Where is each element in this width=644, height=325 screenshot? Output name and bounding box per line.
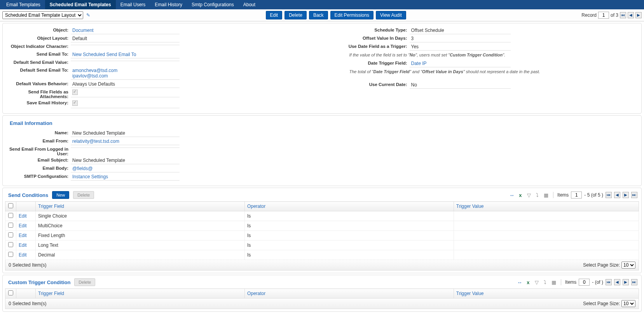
row-checkbox[interactable] <box>8 252 13 257</box>
edit-link[interactable]: Edit <box>19 213 27 219</box>
delete-button[interactable]: Delete <box>284 11 307 19</box>
record-input[interactable] <box>598 12 609 19</box>
default-send-to-label: Default Send Email To: <box>7 67 71 72</box>
row-checkbox[interactable] <box>8 213 13 218</box>
nav-scheduled-email-templates[interactable]: Scheduled Email Templates <box>45 0 116 9</box>
nav-email-history[interactable]: Email History <box>150 0 187 9</box>
expand-icon[interactable]: ↔ <box>509 192 515 198</box>
operator-cell: Is <box>244 221 454 231</box>
last-page-icon[interactable]: ⏭ <box>631 279 637 285</box>
first-page-icon[interactable]: ⏮ <box>606 279 612 285</box>
send-conditions-title: Send Conditions <box>8 192 48 198</box>
nav-about[interactable]: About <box>239 0 260 9</box>
trigger-value-header[interactable]: Trigger Value <box>454 202 639 211</box>
row-checkbox[interactable] <box>8 232 13 237</box>
default-send-value-label: Default Send Email Value: <box>7 59 71 65</box>
last-page-icon[interactable]: ⏭ <box>631 192 637 198</box>
trigger-note-2: The total of "Date Trigger Field" and "O… <box>322 68 638 76</box>
pivot-icon[interactable]: ⤵ <box>542 279 548 285</box>
top-nav: Email Templates Scheduled Email Template… <box>0 0 644 9</box>
save-history-checkbox <box>72 100 78 106</box>
page-size-select[interactable]: 10 <box>621 262 635 269</box>
default-send-to-value[interactable]: amoncheva@tsd.comipavlov@tsd.com <box>71 67 180 80</box>
trigger-value-cell <box>454 221 639 231</box>
view-audit-button[interactable]: View Audit <box>376 11 406 19</box>
prev-page-icon[interactable]: ◀ <box>614 192 620 198</box>
trigger-value-header[interactable]: Trigger Value <box>454 289 639 299</box>
use-current-date-value: No <box>410 81 511 89</box>
grid-icon[interactable]: ▦ <box>551 279 557 285</box>
selected-count: 0 Selected Item(s) <box>9 301 46 306</box>
first-record-icon[interactable]: ⏮ <box>620 12 626 18</box>
layout-select[interactable]: Scheduled Email Template Layout <box>2 11 83 19</box>
pencil-icon[interactable]: ✎ <box>86 12 90 18</box>
custom-trigger-section: Custom Trigger Condition Delete ↔ x ▽ ⤵ … <box>2 275 642 312</box>
offset-days-label: Offset Value In Days: <box>322 35 410 40</box>
schedule-type-label: Schedule Type: <box>322 27 410 32</box>
date-trigger-field-value[interactable]: Date IP <box>410 60 511 67</box>
trigger-field-header[interactable]: Trigger Field <box>36 289 245 299</box>
operator-cell: Is <box>244 241 454 250</box>
prev-page-icon[interactable]: ◀ <box>614 279 620 285</box>
object-layout-value: Default <box>71 35 180 42</box>
next-page-icon[interactable]: ▶ <box>623 192 629 198</box>
next-record-icon[interactable]: ▶ <box>635 12 642 18</box>
send-to-value[interactable]: New Scheduled Send Email To <box>71 51 180 58</box>
trigger-value-cell <box>454 211 639 221</box>
trigger-value-cell <box>454 241 639 250</box>
expand-icon[interactable]: ↔ <box>517 279 523 285</box>
edit-link[interactable]: Edit <box>19 242 27 248</box>
indicator-label: Object Indicator Character: <box>7 43 71 49</box>
smtp-value[interactable]: Instance Settings <box>71 173 180 181</box>
next-page-icon[interactable]: ▶ <box>623 279 629 285</box>
filter-icon[interactable]: ▽ <box>526 192 532 198</box>
trigger-field-header[interactable]: Trigger Field <box>36 202 245 211</box>
send-file-value <box>71 89 180 97</box>
row-checkbox[interactable] <box>8 223 13 228</box>
items-input[interactable] <box>579 279 590 286</box>
excel-export-icon[interactable]: x <box>525 279 531 285</box>
select-all-checkbox[interactable] <box>8 290 13 295</box>
trigger-field-cell: Decimal <box>36 250 245 260</box>
filter-icon[interactable]: ▽ <box>534 279 540 285</box>
send-file-checkbox <box>72 90 78 95</box>
prev-record-icon[interactable]: ◀ <box>628 12 634 18</box>
operator-header[interactable]: Operator <box>244 289 454 299</box>
excel-export-icon[interactable]: x <box>517 192 524 198</box>
page-size-select[interactable]: 10 <box>621 300 635 307</box>
items-range: - (of ) <box>592 279 603 285</box>
edit-link[interactable]: Edit <box>19 233 27 238</box>
use-current-date-label: Use Current Date: <box>322 81 410 87</box>
items-label: Items <box>565 279 576 285</box>
send-conditions-table: Trigger Field Operator Trigger Value Edi… <box>5 201 639 260</box>
subject-label: Email Subject: <box>7 157 71 162</box>
from-label: Email From: <box>7 138 71 143</box>
object-value[interactable]: Document <box>71 27 180 34</box>
grid-icon[interactable]: ▦ <box>543 192 549 198</box>
nav-smtp-configurations[interactable]: Smtp Configurations <box>187 0 239 9</box>
new-condition-button[interactable]: New <box>52 191 69 199</box>
nav-email-users[interactable]: Email Users <box>116 0 150 9</box>
from-value[interactable]: relativity@test.tsd.com <box>71 138 180 145</box>
default-send-value-value <box>71 59 180 61</box>
pivot-icon[interactable]: ⤵ <box>534 192 541 198</box>
select-all-checkbox[interactable] <box>8 203 13 208</box>
save-history-value <box>71 100 180 108</box>
edit-link[interactable]: Edit <box>19 223 27 228</box>
edit-button[interactable]: Edit <box>266 11 283 19</box>
items-input[interactable] <box>571 191 582 199</box>
back-button[interactable]: Back <box>309 11 328 19</box>
body-value[interactable]: @fields@ <box>71 165 180 172</box>
edit-link[interactable]: Edit <box>19 252 27 258</box>
name-label: Name: <box>7 130 71 135</box>
save-history-label: Save Email History: <box>7 100 71 105</box>
row-checkbox[interactable] <box>8 242 13 247</box>
operator-cell: Is <box>244 231 454 241</box>
body-label: Email Body: <box>7 165 71 170</box>
operator-header[interactable]: Operator <box>244 202 454 211</box>
first-page-icon[interactable]: ⏮ <box>606 192 612 198</box>
indicator-value <box>71 43 180 45</box>
date-trigger-field-label: Date Trigger Field: <box>322 60 410 65</box>
edit-permissions-button[interactable]: Edit Permissions <box>330 11 373 19</box>
nav-email-templates[interactable]: Email Templates <box>2 0 45 9</box>
